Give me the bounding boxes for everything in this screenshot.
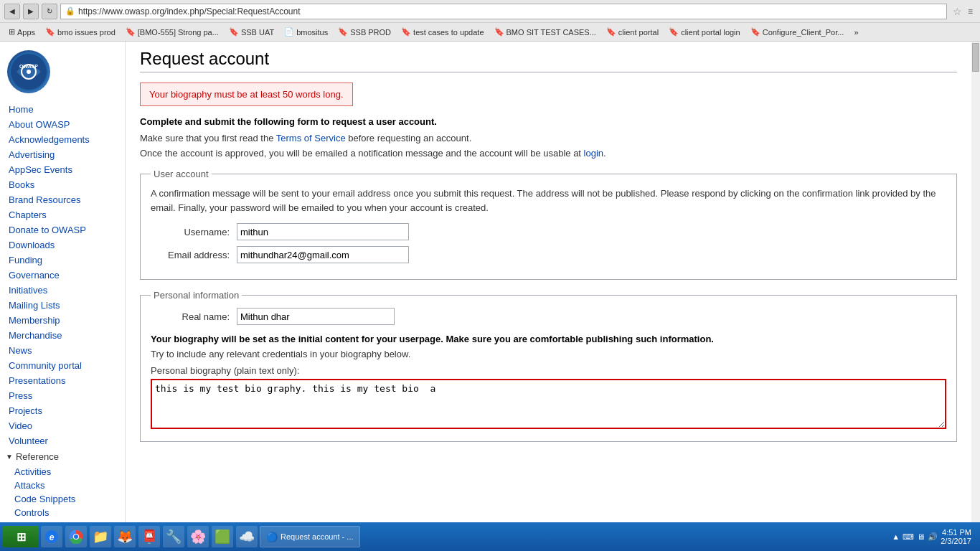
bookmark-label: SSB UAT — [241, 28, 274, 37]
login-link[interactable]: login — [584, 148, 603, 159]
browser-window: ◀ ▶ ↻ 🔒 https://www.owasp.org/index.php/… — [0, 0, 980, 551]
clock-date: 2/3/2017 — [941, 537, 971, 545]
bookmark-ssb-prod[interactable]: 🔖 SSB PROD — [334, 27, 395, 37]
real-name-label: Real name: — [151, 311, 237, 322]
bookmark-more[interactable]: » — [849, 27, 862, 37]
sidebar-item-mailing[interactable]: Mailing Lists — [0, 298, 125, 313]
bookmark-configure-client[interactable]: 🔖 Configure_Client_Por... — [746, 27, 849, 37]
sidebar-item-news[interactable]: News — [0, 343, 125, 358]
sidebar-item-books[interactable]: Books — [0, 177, 125, 192]
sidebar-item-about[interactable]: About OWASP — [0, 117, 125, 132]
bookmark-favicon: 🔖 — [750, 27, 760, 37]
sidebar-item-downloads[interactable]: Downloads — [0, 237, 125, 253]
app9-icon[interactable]: ☁️ — [236, 526, 258, 547]
forward-button[interactable]: ▶ — [23, 4, 39, 19]
app7-emoji: 🌸 — [190, 529, 206, 545]
user-account-info: A confirmation message will be sent to y… — [151, 187, 946, 215]
username-input[interactable] — [237, 223, 409, 240]
sidebar-item-funding[interactable]: Funding — [0, 253, 125, 268]
bookmark-label: [BMO-555] Strong pa... — [138, 28, 219, 37]
intro-approval-text: Once the account is approved, you will b… — [140, 148, 957, 159]
sidebar-item-presentations[interactable]: Presentations — [0, 373, 125, 388]
sidebar-item-home[interactable]: Home — [0, 102, 125, 117]
back-button[interactable]: ◀ — [4, 4, 20, 19]
bookmark-star[interactable]: ☆ — [953, 6, 962, 17]
sidebar: OWASP Home About OWASP Acknowledgements … — [0, 42, 126, 522]
personal-info-legend: Personal information — [151, 290, 242, 301]
sidebar-reference-toggle[interactable]: ▼ Reference — [0, 448, 125, 465]
sidebar-item-donate[interactable]: Donate to OWASP — [0, 222, 125, 237]
app8-emoji: 🟩 — [215, 529, 230, 545]
folder-icon[interactable]: 📁 — [90, 526, 111, 547]
intro-bold-text: Complete and submit the following form t… — [140, 116, 957, 127]
taskbar: ⊞ e 📁 🦊 📮 — [0, 522, 980, 551]
app6-icon[interactable]: 🔧 — [163, 526, 184, 547]
browser-toolbar: ◀ ▶ ↻ 🔒 https://www.owasp.org/index.php/… — [0, 0, 980, 23]
bookmark-bmo-sit[interactable]: 🔖 BMO SIT TEST CASES... — [490, 27, 600, 37]
svg-point-3 — [27, 70, 31, 74]
bookmark-test-cases[interactable]: 🔖 test cases to update — [397, 27, 488, 37]
start-button[interactable]: ⊞ — [3, 526, 39, 547]
scrollbar[interactable] — [971, 42, 980, 522]
system-clock: 4:51 PM 2/3/2017 — [941, 528, 971, 545]
browser-menu[interactable]: ≡ — [965, 6, 976, 17]
sidebar-item-chapters[interactable]: Chapters — [0, 207, 125, 222]
app7-icon[interactable]: 🌸 — [187, 526, 209, 547]
username-label: Username: — [151, 227, 237, 237]
bookmarks-bar: ⊞ Apps 🔖 bmo issues prod 🔖 [BMO-555] Str… — [0, 23, 980, 42]
sidebar-item-advertising[interactable]: Advertising — [0, 147, 125, 162]
sidebar-item-projects[interactable]: Projects — [0, 403, 125, 418]
real-name-input[interactable] — [237, 308, 395, 325]
sidebar-item-appsec[interactable]: AppSec Events — [0, 162, 125, 177]
sidebar-item-volunteer[interactable]: Volunteer — [0, 433, 125, 448]
sidebar-item-community[interactable]: Community portal — [0, 358, 125, 373]
sidebar-item-video[interactable]: Video — [0, 418, 125, 433]
lock-icon: 🔒 — [65, 6, 75, 16]
sidebar-item-acknowledgements[interactable]: Acknowledgements — [0, 132, 125, 147]
intro-tos-suffix: before requesting an account. — [346, 133, 472, 143]
email-input[interactable] — [237, 246, 409, 263]
sidebar-item-activities[interactable]: Activities — [0, 465, 125, 479]
sidebar-item-governance[interactable]: Governance — [0, 268, 125, 283]
bookmark-ssb-uat[interactable]: 🔖 SSB UAT — [225, 27, 278, 37]
page-title: Request account — [140, 49, 957, 72]
ie-icon[interactable]: e — [41, 526, 62, 547]
active-app-icon: 🔵 — [266, 532, 278, 542]
reference-label: Reference — [16, 451, 59, 462]
bio-textarea[interactable]: this is my test bio graphy. this is my t… — [151, 379, 946, 429]
bookmark-favicon: 🔖 — [401, 27, 411, 37]
bio-bold-text: Your biography will be set as the initia… — [151, 334, 946, 344]
refresh-button[interactable]: ↻ — [42, 4, 57, 19]
sidebar-item-merchandise[interactable]: Merchandise — [0, 328, 125, 343]
bookmark-label: bmo issues prod — [57, 28, 116, 37]
scrollbar-thumb[interactable] — [972, 43, 979, 72]
address-bar[interactable]: 🔒 https://www.owasp.org/index.php/Specia… — [60, 4, 947, 19]
tos-link[interactable]: Terms of Service — [276, 133, 346, 143]
svg-text:e: e — [50, 532, 55, 542]
bookmark-favicon: 🔖 — [229, 27, 239, 37]
sidebar-item-attacks[interactable]: Attacks — [0, 479, 125, 492]
chrome-icon[interactable] — [65, 526, 87, 547]
app8-icon[interactable]: 🟩 — [212, 526, 233, 547]
sidebar-item-brand[interactable]: Brand Resources — [0, 192, 125, 207]
email-row: Email address: — [151, 246, 946, 263]
tray-arrow[interactable]: ▲ — [892, 532, 900, 541]
sidebar-item-controls[interactable]: Controls — [0, 506, 125, 519]
bookmark-favicon: 🔖 — [606, 27, 616, 37]
bookmark-bmo555[interactable]: 🔖 [BMO-555] Strong pa... — [121, 27, 223, 37]
app5-icon[interactable]: 📮 — [138, 526, 160, 547]
taskbar-active-app[interactable]: 🔵 Request account - ... — [260, 526, 360, 547]
apps-icon: ⊞ — [9, 27, 15, 37]
sidebar-item-press[interactable]: Press — [0, 388, 125, 403]
sidebar-item-code-snippets[interactable]: Code Snippets — [0, 492, 125, 506]
bookmark-bmo-issues[interactable]: 🔖 bmo issues prod — [41, 27, 120, 37]
bookmark-client-portal-login[interactable]: 🔖 client portal login — [664, 27, 745, 37]
reference-arrow-icon: ▼ — [6, 453, 13, 461]
bookmark-bmositus[interactable]: 📄 bmositus — [280, 27, 332, 37]
firefox-icon[interactable]: 🦊 — [114, 526, 136, 547]
sidebar-item-initiatives[interactable]: Initiatives — [0, 283, 125, 298]
bookmark-client-portal[interactable]: 🔖 client portal — [602, 27, 663, 37]
sidebar-item-membership[interactable]: Membership — [0, 313, 125, 328]
bookmark-apps[interactable]: ⊞ Apps — [4, 27, 39, 37]
owasp-logo: OWASP — [7, 50, 50, 93]
